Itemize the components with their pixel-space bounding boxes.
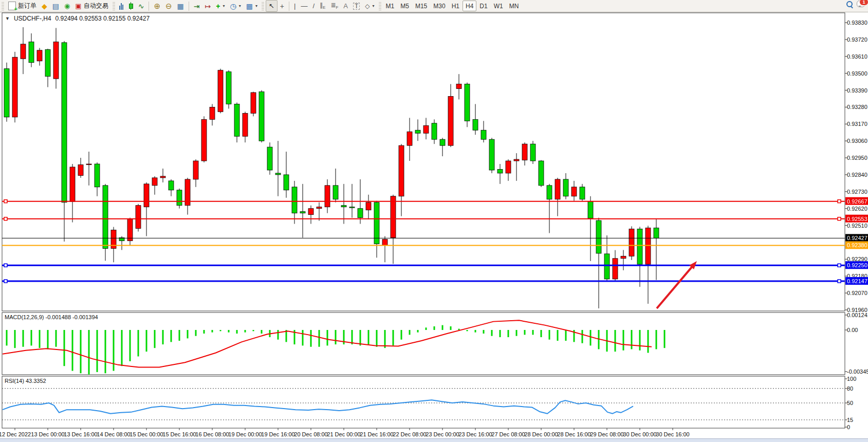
channel-tool-button[interactable]: ∥E xyxy=(317,1,328,11)
horizontal-line-icon: — xyxy=(301,3,307,9)
candle-bull xyxy=(21,44,26,59)
cursor-tool-button[interactable]: ↖ xyxy=(266,0,278,12)
zoom-in-button[interactable]: ⊕ xyxy=(151,1,163,11)
wizard-icon: ◆ xyxy=(42,3,47,10)
line-handle[interactable] xyxy=(4,264,7,267)
line-handle[interactable] xyxy=(838,264,841,267)
macd-axis-label: 0.00 xyxy=(847,327,858,333)
price-axis-label: 0.92730 xyxy=(847,189,867,195)
candle-bear xyxy=(374,202,379,244)
new-order-button[interactable]: + 新订单 xyxy=(6,1,39,11)
line-handle[interactable] xyxy=(838,217,841,220)
tab-mn[interactable]: MN xyxy=(506,1,522,11)
candle-bear xyxy=(489,139,494,170)
trendline-tool-button[interactable]: / xyxy=(310,1,317,11)
chart-wizard-button[interactable]: ◆ xyxy=(39,1,50,11)
candle-bull xyxy=(325,186,330,207)
one-click-dropdown-icon[interactable]: ▼ xyxy=(5,16,10,21)
zoom-out-button[interactable]: ⊖ xyxy=(163,1,175,11)
profiles-button[interactable]: ▤ xyxy=(50,1,62,11)
line-chart-button[interactable]: ∿ xyxy=(136,1,147,11)
date-axis-label: 13 Dec 00:00 xyxy=(31,431,64,437)
profile-icon: ▤ xyxy=(52,3,59,10)
price-axis-label: 0.92070 xyxy=(847,290,867,296)
tile-windows-icon: ▦ xyxy=(177,3,184,10)
price-tag-label: 0.92380 xyxy=(847,242,867,248)
tab-w1[interactable]: W1 xyxy=(491,1,506,11)
vertical-line-tool-button[interactable]: | xyxy=(291,1,298,11)
chart-shift-button[interactable]: ⇥ xyxy=(191,1,202,11)
text-tool-button[interactable]: A xyxy=(341,1,350,11)
price-tag-label: 0.92427 xyxy=(847,235,867,241)
tab-h4[interactable]: H4 xyxy=(463,1,476,11)
tab-m5[interactable]: M5 xyxy=(397,1,412,11)
date-axis-label: 20 Dec 08:00 xyxy=(294,431,327,437)
candle-bull xyxy=(506,161,511,173)
candle-bear xyxy=(333,186,338,199)
candle-bear xyxy=(275,173,281,175)
tab-m1[interactable]: M1 xyxy=(383,1,398,11)
tab-d1[interactable]: D1 xyxy=(476,1,490,11)
notifications-button[interactable]: 1 xyxy=(857,1,865,7)
price-axis-label: 0.93830 xyxy=(847,20,867,26)
text-label-icon: T xyxy=(353,3,360,10)
price-axis-label: 0.93610 xyxy=(847,53,867,60)
candle-bear xyxy=(103,186,108,249)
chart-canvas[interactable]: 0.938300.937200.936100.935000.933900.932… xyxy=(0,12,868,439)
date-axis-label: 15 Dec 16:00 xyxy=(162,431,196,437)
search-button[interactable] xyxy=(846,1,853,7)
price-axis-label: 0.93720 xyxy=(847,36,867,43)
bar-chart-button[interactable] xyxy=(117,1,126,11)
tab-m15[interactable]: M15 xyxy=(412,1,430,11)
indicators-add-icon: + xyxy=(216,3,220,10)
line-handle[interactable] xyxy=(838,280,841,283)
candle-bear xyxy=(440,139,445,145)
crosshair-tool-button[interactable]: + xyxy=(278,1,287,11)
line-handle[interactable] xyxy=(4,200,7,203)
price-tag-label: 0.92147 xyxy=(847,278,867,284)
price-axis-label: 0.92510 xyxy=(847,223,867,229)
search-icon xyxy=(846,1,853,7)
candle-bear xyxy=(580,187,585,199)
auto-scroll-button[interactable]: ↦ xyxy=(202,1,214,11)
candle-bear xyxy=(226,72,231,104)
tile-windows-button[interactable]: ▦ xyxy=(175,1,187,11)
text-icon: A xyxy=(343,3,348,9)
candle-bear xyxy=(95,164,100,187)
candle-bear xyxy=(267,147,272,170)
symbol-period-label: USDCHF-,H4 xyxy=(14,15,51,22)
candle-bull xyxy=(160,176,165,178)
chevron-down-icon: ▾ xyxy=(255,4,257,8)
toolbar-grip xyxy=(113,2,115,10)
candlestick-button[interactable] xyxy=(126,1,136,11)
rsi-line xyxy=(3,400,633,413)
candle-bear xyxy=(530,144,535,161)
candle-bear xyxy=(284,175,289,190)
text-label-tool-button[interactable]: T xyxy=(350,1,362,11)
tab-h1[interactable]: H1 xyxy=(449,1,463,11)
date-axis-label: 22 Dec 08:00 xyxy=(393,431,426,437)
date-axis-label: 16 Dec 08:00 xyxy=(195,431,229,437)
annotation-arrow-shaft[interactable] xyxy=(657,266,693,308)
autotrading-button[interactable]: ▣ 自动交易 xyxy=(72,1,110,11)
line-handle[interactable] xyxy=(4,280,7,283)
candle-bull xyxy=(382,239,387,245)
chart-window: 0.938300.937200.936100.935000.933900.932… xyxy=(0,12,868,439)
templates-button[interactable]: ▩ ▾ xyxy=(244,1,260,11)
candle-bear xyxy=(497,169,503,173)
chevron-down-icon: ▾ xyxy=(373,4,375,8)
shapes-tool-button[interactable]: ◇ ▾ xyxy=(362,1,377,11)
candle-bull xyxy=(218,70,223,112)
date-axis-label: 30 Dec 16:00 xyxy=(656,431,689,437)
indicators-button[interactable]: + ▾ xyxy=(213,1,227,11)
window-bottom-edge xyxy=(0,438,868,442)
candle-bull xyxy=(571,187,577,196)
fibonacci-tool-button[interactable]: ≣F xyxy=(328,1,341,11)
periods-button[interactable]: ◷ ▾ xyxy=(227,1,243,11)
date-axis-label: 15 Dec 00:00 xyxy=(130,431,163,437)
line-handle[interactable] xyxy=(4,217,7,220)
line-handle[interactable] xyxy=(838,200,841,203)
horizontal-line-tool-button[interactable]: — xyxy=(298,1,310,11)
tab-m30[interactable]: M30 xyxy=(430,1,448,11)
signals-button[interactable]: ◉ xyxy=(62,1,72,11)
